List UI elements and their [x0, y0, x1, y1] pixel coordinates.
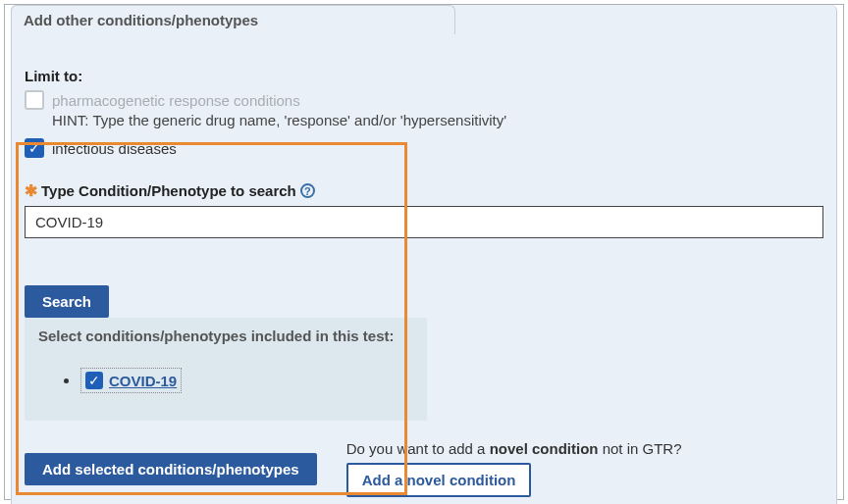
add-novel-condition-button[interactable]: Add a novel condition — [346, 463, 532, 497]
pharmacogenetic-checkbox[interactable] — [25, 90, 44, 110]
infectious-checkbox[interactable]: ✓ — [25, 138, 44, 158]
panel-content: Limit to: pharmacogenetic response condi… — [11, 38, 837, 499]
pharmacogenetic-hint: HINT: Type the generic drug name, 'respo… — [52, 112, 823, 128]
limit-pharmacogenetic-row: pharmacogenetic response conditions — [25, 90, 823, 110]
limit-to-heading: Limit to: — [25, 68, 823, 84]
help-icon[interactable]: ? — [300, 183, 315, 198]
add-selected-button[interactable]: Add selected conditions/phenotypes — [25, 453, 317, 485]
result-checkbox[interactable]: ✓ — [85, 372, 103, 389]
infectious-label: infectious diseases — [52, 140, 177, 157]
result-link[interactable]: COVID-19 — [109, 373, 177, 389]
result-row: ✓ COVID-19 — [64, 368, 413, 393]
results-heading: Select conditions/phenotypes included in… — [38, 328, 413, 344]
results-panel: Select conditions/phenotypes included in… — [25, 318, 427, 421]
search-button[interactable]: Search — [25, 285, 109, 318]
bottom-actions-row: Add selected conditions/phenotypes Do yo… — [25, 440, 823, 497]
novel-prompt-prefix: Do you want to add a — [346, 440, 490, 457]
novel-prompt-suffix: not in GTR? — [598, 440, 681, 457]
result-focus-wrap: ✓ COVID-19 — [80, 368, 182, 393]
limit-infectious-row: ✓ infectious diseases — [25, 138, 823, 158]
check-icon: ✓ — [28, 141, 40, 155]
pharmacogenetic-label: pharmacogenetic response conditions — [52, 92, 300, 109]
search-field-label: Type Condition/Phenotype to search — [41, 182, 296, 199]
app-frame: Add other conditions/phenotypes Limit to… — [4, 4, 844, 500]
bullet-icon — [64, 378, 69, 383]
panel-tab: Add other conditions/phenotypes — [11, 5, 455, 34]
panel-tab-label: Add other conditions/phenotypes — [24, 12, 258, 28]
novel-prompt-text: Do you want to add a novel condition not… — [346, 440, 682, 457]
search-button-wrap: Search — [25, 238, 823, 318]
required-star-icon: ✱ — [25, 181, 37, 200]
novel-prompt-area: Do you want to add a novel condition not… — [346, 440, 682, 497]
check-icon: ✓ — [88, 374, 100, 387]
novel-prompt-bold: novel condition — [490, 440, 599, 457]
condition-search-input[interactable] — [25, 206, 823, 238]
search-label-row: ✱ Type Condition/Phenotype to search ? — [25, 181, 823, 200]
